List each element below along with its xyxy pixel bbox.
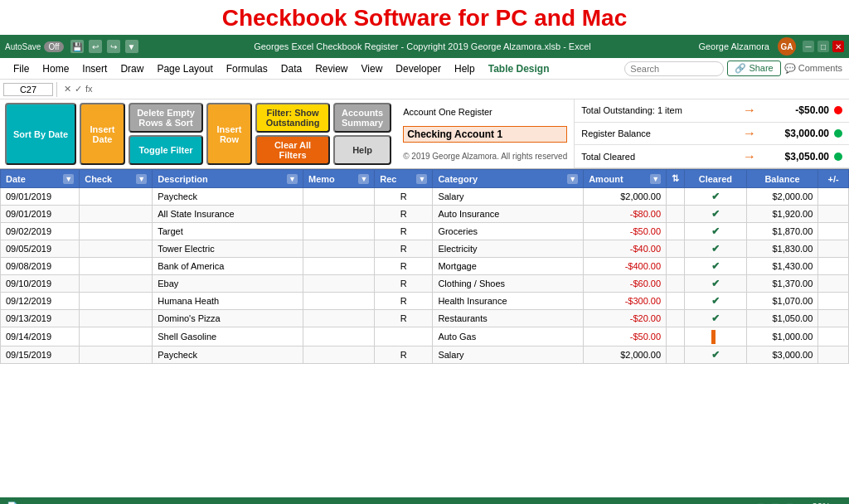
share-button[interactable]: 🔗 Share [727,61,780,76]
summary-left: Account One Register Checking Account 1 … [396,99,575,168]
delete-empty-button[interactable]: Delete Empty Rows & Sort [129,103,203,133]
table-row[interactable]: 09/13/2019 Domino's Pizza R Restaurants … [1,310,849,327]
menu-draw[interactable]: Draw [114,61,150,76]
cell-rec: R [375,275,433,293]
cell-rec: R [375,240,433,258]
cell-balance: $1,370.00 [746,275,818,293]
table-row[interactable]: 09/10/2019 Ebay R Clothing / Shoes -$60.… [1,275,849,293]
titlebar-icons: 💾 ↩ ↪ ▼ [70,40,138,53]
table-row[interactable]: 09/12/2019 Humana Heath R Health Insuran… [1,293,849,310]
cell-amount: -$60.00 [584,275,667,293]
page-break-icon[interactable]: ⊟ [786,502,793,505]
menu-data[interactable]: Data [274,61,308,76]
confirm-formula-icon[interactable]: ✓ [75,84,82,94]
cell-description: Humana Heath [153,293,303,310]
col-amount-arrows: ⇅ [667,170,685,188]
page-layout-icon[interactable]: ▦ [771,502,779,505]
toggle-filter-button[interactable]: Toggle Filter [129,135,203,165]
insert-function-icon[interactable]: fx [85,84,93,94]
menu-view[interactable]: View [355,61,390,76]
formula-bar: ✕ ✓ fx [0,80,849,99]
minimize-button[interactable]: ─ [803,41,814,52]
menu-table-design[interactable]: Table Design [482,61,556,76]
cleared-check-icon: ✔ [711,313,720,324]
cell-date: 09/05/2019 [1,240,80,258]
cell-rec: R [375,206,433,223]
grid-view-icon[interactable]: ⊞ [757,502,764,505]
cell-memo [303,346,375,364]
comments-button[interactable]: 💬 Comments [784,63,842,74]
cell-amount: $2,000.00 [584,188,667,206]
cleared-check-icon: ✔ [711,225,720,237]
memo-filter[interactable]: ▼ [358,174,369,184]
title-banner: Checkbook Software for PC and Mac [0,0,849,35]
total-cleared-row: Total Cleared → $3,050.00 [575,145,849,168]
menu-page-layout[interactable]: Page Layout [150,61,219,76]
table-row[interactable]: 09/05/2019 Tower Electric R Electricity … [1,240,849,258]
cell-category: Salary [433,188,584,206]
close-button[interactable]: ✕ [832,41,844,52]
table-row[interactable]: 09/14/2019 Shell Gasoline Auto Gas -$50.… [1,327,849,346]
table-row[interactable]: 09/02/2019 Target R Groceries -$50.00 ✔ … [1,223,849,240]
table-row[interactable]: 09/15/2019 Paycheck R Salary $2,000.00 ✔… [1,346,849,364]
cell-reference-input[interactable] [3,83,53,96]
status-sheet-icon: 📄 [7,502,18,505]
date-filter[interactable]: ▼ [63,174,74,184]
accounts-summary-button[interactable]: Accounts Summary [333,103,391,133]
cell-amount: -$40.00 [584,240,667,258]
total-cleared-value: $3,050.00 [763,151,829,162]
menu-insert[interactable]: Insert [75,61,114,76]
cell-plus-minus [818,346,849,364]
file-title: Georges Excel Checkbook Register - Copyr… [147,41,699,51]
cell-amount: $2,000.00 [584,346,667,364]
cat-filter[interactable]: ▼ [567,174,578,184]
summary-area: Account One Register Checking Account 1 … [396,99,849,168]
menu-search-area: 🔗 Share 💬 Comments [624,61,842,76]
table-row[interactable]: 09/08/2019 Bank of America R Mortgage -$… [1,258,849,275]
excel-titlebar: AutoSave Off 💾 ↩ ↪ ▼ Georges Excel Check… [0,35,849,58]
sort-by-date-button[interactable]: Sort By Date [5,103,76,165]
maximize-button[interactable]: □ [817,41,829,52]
cell-date: 09/02/2019 [1,223,80,240]
menu-developer[interactable]: Developer [389,61,448,76]
cell-balance: $1,000.00 [746,327,818,346]
insert-row-button[interactable]: Insert Row [206,103,252,165]
menu-help[interactable]: Help [448,61,482,76]
help-button[interactable]: Help [333,135,391,165]
save-icon[interactable]: 💾 [70,40,84,53]
cleared-check-icon: ✔ [711,260,720,272]
search-input[interactable] [624,61,724,76]
customize-icon[interactable]: ▼ [125,40,138,53]
cell-date: 09/13/2019 [1,310,80,327]
cell-balance: $2,000.00 [746,188,818,206]
col-check: Check▼ [80,170,153,188]
table-row[interactable]: 09/01/2019 All State Insurance R Auto In… [1,206,849,223]
redo-icon[interactable]: ↪ [107,40,120,53]
filter-show-button[interactable]: Filter: Show Outstanding [255,103,330,133]
menu-file[interactable]: File [7,61,36,76]
cell-description: All State Insurance [153,206,303,223]
cell-plus-minus [818,223,849,240]
cell-rec: R [375,346,433,364]
check-filter[interactable]: ▼ [136,174,147,184]
user-avatar[interactable]: GA [778,37,796,56]
amount-filter[interactable]: ▼ [650,174,661,184]
cell-description: Paycheck [153,346,303,364]
cleared-bar-icon: ▌ [711,330,720,343]
clear-all-button[interactable]: Clear All Filters [255,135,330,165]
insert-date-button[interactable]: Insert Date [80,103,125,165]
menu-review[interactable]: Review [308,61,354,76]
autosave-toggle[interactable]: Off [44,41,63,52]
menu-formulas[interactable]: Formulas [220,61,274,76]
col-rec: Rec▼ [375,170,433,188]
rec-filter[interactable]: ▼ [416,174,427,184]
undo-icon[interactable]: ↩ [89,40,102,53]
total-cleared-arrow: → [743,149,756,164]
table-row[interactable]: 09/01/2019 Paycheck R Salary $2,000.00 ✔… [1,188,849,206]
menu-home[interactable]: Home [36,61,75,76]
cancel-formula-icon[interactable]: ✕ [64,84,71,94]
cell-cleared: ✔ [685,275,747,293]
register-balance-arrow: → [743,126,756,141]
cell-dot [667,293,685,310]
desc-filter[interactable]: ▼ [287,174,298,184]
